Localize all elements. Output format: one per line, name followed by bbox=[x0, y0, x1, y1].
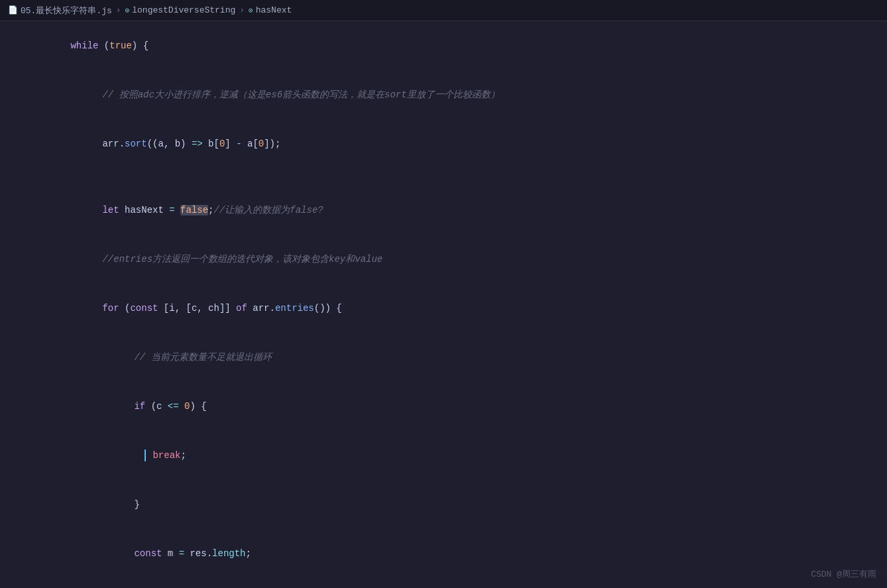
code-line: while (true) { bbox=[0, 21, 887, 70]
line-content: // 按照adc大小进行排序，逆减（这是es6箭头函数的写法，就是在sort里放… bbox=[0, 71, 887, 119]
func1-icon: ⊙ bbox=[125, 6, 130, 15]
breadcrumb-sep-1: › bbox=[116, 5, 121, 15]
breadcrumb-bar: 📄 05.最长快乐字符串.js › ⊙ longestDiverseString… bbox=[0, 0, 887, 21]
code-editor: while (true) { // 按照adc大小进行排序，逆减（这是es6箭头… bbox=[0, 21, 887, 588]
line-content: } bbox=[0, 481, 887, 528]
code-line: //entries方法返回一个数组的迭代对象，该对象包含key和value bbox=[0, 235, 887, 284]
code-line: arr.sort((a, b) => b[0] - a[0]); bbox=[0, 119, 887, 168]
code-line: // 按照adc大小进行排序，逆减（这是es6箭头函数的写法，就是在sort里放… bbox=[0, 70, 887, 119]
line-content bbox=[0, 169, 887, 185]
breadcrumb-func1[interactable]: longestDiverseString bbox=[132, 5, 235, 15]
code-line: // 结果集中前2个都是当前元素，则不能再添加当前元素了 bbox=[0, 578, 887, 588]
line-content: arr.sort((a, b) => b[0] - a[0]); bbox=[0, 120, 887, 168]
code-line: break; bbox=[0, 431, 887, 480]
line-content: break; bbox=[0, 432, 887, 479]
line-content: const m = res.length; bbox=[0, 530, 887, 577]
breadcrumb-sep-2: › bbox=[239, 5, 245, 15]
line-content: // 结果集中前2个都是当前元素，则不能再添加当前元素了 bbox=[0, 579, 887, 588]
line-content: while (true) { bbox=[0, 22, 887, 70]
code-line: let hasNext = false;//让输入的数据为false? bbox=[0, 186, 887, 235]
func2-icon: ⊙ bbox=[249, 6, 253, 15]
line-content: // 当前元素数量不足就退出循环 bbox=[0, 333, 887, 381]
watermark: CSDN @周三有雨 bbox=[811, 568, 876, 580]
line-content: for (const [i, [c, ch]] of arr.entries()… bbox=[0, 284, 887, 332]
line-content: let hasNext = false;//让输入的数据为false? bbox=[0, 186, 887, 234]
breadcrumb-file[interactable]: 05.最长快乐字符串.js bbox=[21, 5, 112, 17]
code-line: for (const [i, [c, ch]] of arr.entries()… bbox=[0, 284, 887, 333]
code-line: } bbox=[0, 480, 887, 529]
file-icon: 📄 bbox=[8, 5, 18, 15]
keyword-while: while bbox=[70, 40, 98, 51]
line-content: //entries方法返回一个数组的迭代对象，该对象包含key和value bbox=[0, 235, 887, 283]
breadcrumb-func2[interactable]: hasNext bbox=[256, 5, 292, 15]
code-line: const m = res.length; bbox=[0, 529, 887, 578]
code-line: // 当前元素数量不足就退出循环 bbox=[0, 333, 887, 382]
code-line: if (c <= 0) { bbox=[0, 382, 887, 431]
code-line bbox=[0, 168, 887, 186]
line-content: if (c <= 0) { bbox=[0, 382, 887, 430]
